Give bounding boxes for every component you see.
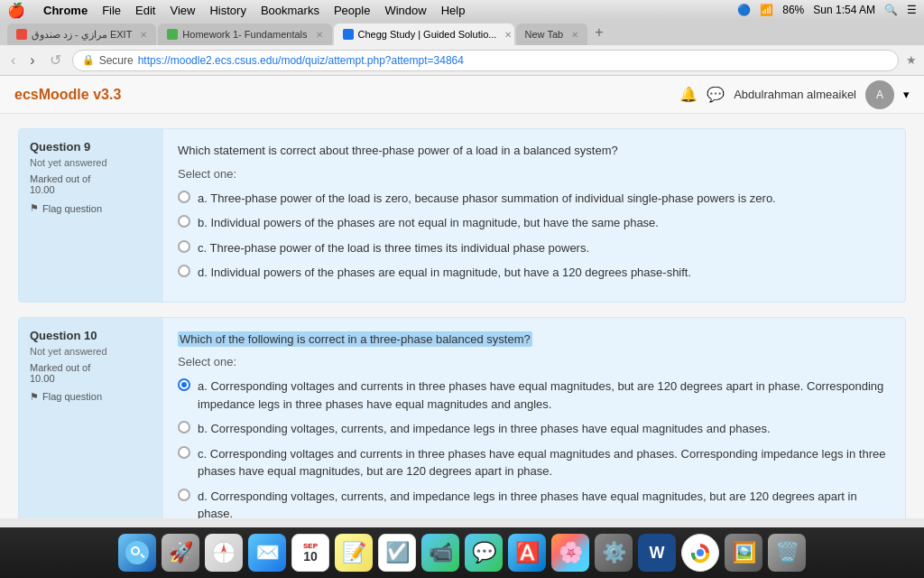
- tab-close-4[interactable]: ✕: [571, 30, 578, 40]
- question-mark-label-9: Marked out of: [30, 173, 152, 184]
- menubar-chrome[interactable]: Chrome: [43, 4, 88, 17]
- flag-question-10[interactable]: ⚑ Flag question: [30, 391, 102, 403]
- menubar-edit[interactable]: Edit: [135, 4, 155, 17]
- question-number-9: Question 9: [30, 140, 152, 154]
- menubar-window[interactable]: Window: [384, 4, 426, 17]
- radio-10b[interactable]: [178, 421, 190, 434]
- dock-trash[interactable]: 🗑️: [768, 534, 806, 572]
- question-text-9: Which statement is correct about three-p…: [178, 142, 891, 160]
- tab-label-4: New Tab: [525, 29, 564, 40]
- dock-preview[interactable]: 🖼️: [725, 534, 762, 572]
- question-sidebar-9: Question 9 Not yet answered Marked out o…: [19, 129, 163, 302]
- menubar-status: 🔵 📶 86% Sun 1:54 AM 🔍 ☰: [737, 4, 917, 16]
- tab-close-3[interactable]: ✕: [504, 30, 512, 40]
- dock-photos[interactable]: 🌸: [551, 534, 589, 572]
- dock-facetime[interactable]: 📹: [421, 534, 459, 572]
- dock-launchpad[interactable]: 🚀: [162, 534, 199, 572]
- user-dropdown-icon[interactable]: ▾: [903, 88, 910, 101]
- search-icon[interactable]: 🔍: [884, 4, 898, 16]
- addressbar: ‹ › ↺ 🔒 Secure https://moodle2.ecs.csus.…: [0, 45, 924, 76]
- menubar-help[interactable]: Help: [441, 4, 466, 17]
- dock-word[interactable]: W: [638, 534, 676, 572]
- tab-4[interactable]: New Tab ✕: [516, 23, 588, 45]
- menubar-people[interactable]: People: [334, 4, 370, 17]
- menubar-bookmarks[interactable]: Bookmarks: [261, 4, 319, 17]
- moodle-header: ecsMoodle v3.3 🔔 💬 Abdulrahman almeaikel…: [0, 76, 924, 114]
- tab-2[interactable]: Homework 1- Fundamentals ✕: [158, 23, 331, 45]
- question-status-9: Not yet answered: [30, 157, 152, 168]
- dock-chrome[interactable]: [681, 534, 719, 572]
- option-text-9d: d. Individual powers of the phases are e…: [198, 264, 691, 282]
- question-text-10: Which of the following is correct in a t…: [178, 331, 891, 349]
- clock: Sun 1:54 AM: [813, 4, 875, 16]
- dock-reminders[interactable]: ☑️: [378, 534, 416, 572]
- moodle-logo: ecsMoodle v3.3: [14, 87, 121, 103]
- tab-favicon-2: [167, 29, 178, 40]
- svg-point-2: [133, 548, 138, 554]
- radio-9a[interactable]: [178, 191, 190, 203]
- new-tab-button[interactable]: +: [589, 24, 608, 41]
- tab-label-2: Homework 1- Fundamentals: [182, 29, 307, 40]
- question-mark-label-10: Marked out of: [30, 362, 152, 373]
- control-icon[interactable]: ☰: [907, 4, 917, 16]
- menubar-history[interactable]: History: [209, 4, 245, 17]
- avatar[interactable]: A: [865, 80, 894, 109]
- question-text-highlighted-10: Which of the following is correct in a t…: [178, 331, 532, 347]
- tab-favicon-1: [16, 29, 27, 40]
- menubar-file[interactable]: File: [102, 4, 121, 17]
- dock-finder[interactable]: [118, 534, 156, 572]
- question-block-9: Question 9 Not yet answered Marked out o…: [18, 128, 906, 303]
- wifi-icon: 📶: [760, 4, 773, 16]
- dock-calendar[interactable]: SEP10: [291, 534, 329, 572]
- question-block-10: Question 10 Not yet answered Marked out …: [18, 317, 906, 519]
- menubar-view[interactable]: View: [170, 4, 195, 17]
- addressbar-right: ★: [906, 53, 917, 67]
- tabbar: مرازي - زد صندوق EXIT ✕ Homework 1- Fund…: [0, 20, 924, 45]
- url-text: https://moodle2.ecs.csus.edu/mod/quiz/at…: [138, 54, 464, 67]
- question-status-10: Not yet answered: [30, 346, 152, 357]
- bookmark-icon[interactable]: ★: [906, 53, 917, 67]
- option-10d: d. Corresponding voltages, currents, and…: [178, 488, 891, 519]
- option-text-10a: a. Corresponding voltages and currents i…: [198, 378, 891, 413]
- moodle-header-right: 🔔 💬 Abdulrahman almeaikel A ▾: [679, 80, 910, 109]
- option-9a: a. Three-phase power of the load is zero…: [178, 190, 891, 208]
- radio-9d[interactable]: [178, 265, 190, 277]
- question-body-9: Which statement is correct about three-p…: [163, 129, 905, 302]
- tab-3[interactable]: Chegg Study | Guided Solutio... ✕: [334, 23, 514, 45]
- tab-close-2[interactable]: ✕: [316, 30, 323, 40]
- dock-system-prefs[interactable]: ⚙️: [595, 534, 633, 572]
- flag-icon-9: ⚑: [30, 202, 39, 214]
- dock-safari[interactable]: [205, 534, 243, 572]
- tab-1[interactable]: مرازي - زد صندوق EXIT ✕: [7, 23, 156, 45]
- notification-icon[interactable]: 🔔: [679, 86, 698, 103]
- message-icon[interactable]: 💬: [707, 86, 725, 103]
- address-box[interactable]: 🔒 Secure https://moodle2.ecs.csus.edu/mo…: [72, 50, 899, 71]
- option-10b: b. Corresponding voltages, currents, and…: [178, 420, 891, 438]
- flag-label-10: Flag question: [42, 391, 102, 402]
- dock-appstore[interactable]: 🅰️: [508, 534, 546, 572]
- tab-close-1[interactable]: ✕: [140, 30, 147, 40]
- dock-mail[interactable]: ✉️: [248, 534, 286, 572]
- option-text-10c: c. Corresponding voltages and currents i…: [198, 445, 891, 480]
- option-10c: c. Corresponding voltages and currents i…: [178, 445, 891, 480]
- radio-9b[interactable]: [178, 215, 190, 228]
- username: Abdulrahman almeaikel: [734, 88, 856, 101]
- radio-10a[interactable]: [178, 378, 190, 391]
- refresh-button[interactable]: ↺: [46, 50, 65, 70]
- question-mark-value-9: 10.00: [30, 184, 152, 195]
- radio-10c[interactable]: [178, 446, 190, 459]
- dock-messages[interactable]: 💬: [465, 534, 503, 572]
- option-text-9b: b. Individual powers of the phases are n…: [198, 214, 659, 232]
- radio-9c[interactable]: [178, 240, 190, 253]
- tab-label-3: Chegg Study | Guided Solutio...: [358, 29, 497, 40]
- forward-button[interactable]: ›: [26, 51, 38, 70]
- option-10a: a. Corresponding voltages and currents i…: [178, 378, 891, 413]
- select-one-9: Select one:: [178, 167, 891, 181]
- dock: 🚀 ✉️ SEP10 📝 ☑️ 📹 💬 🅰️ 🌸 ⚙️ W 🖼️ 🗑️: [0, 527, 924, 578]
- option-text-10b: b. Corresponding voltages, currents, and…: [198, 420, 771, 438]
- apple-menu[interactable]: 🍎: [7, 2, 25, 19]
- flag-question-9[interactable]: ⚑ Flag question: [30, 202, 102, 214]
- dock-notes[interactable]: 📝: [335, 534, 373, 572]
- back-button[interactable]: ‹: [7, 51, 19, 70]
- radio-10d[interactable]: [178, 489, 190, 501]
